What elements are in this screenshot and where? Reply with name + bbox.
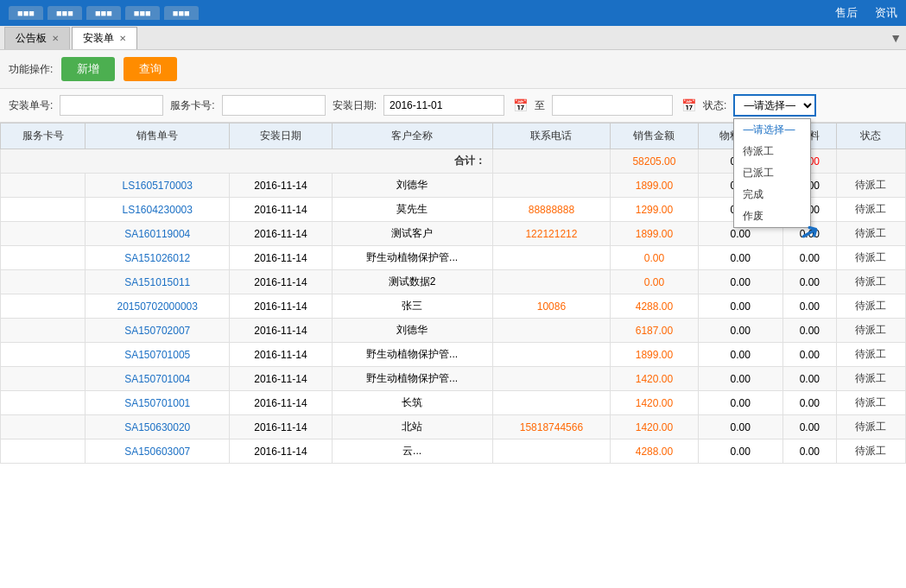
cell-install-date: 2016-11-14 [230,246,332,270]
tab-install-close[interactable]: ✕ [119,34,126,43]
top-nav: ■■■ ■■■ ■■■ ■■■ ■■■ 售后 资讯 [0,0,906,26]
cell-sale-no[interactable]: SA151026012 [86,246,230,270]
cell-sale-no[interactable]: SA150701005 [86,343,230,367]
cell-sale-no[interactable]: 20150702000003 [86,294,230,319]
cell-sale-no[interactable]: SA150630020 [86,415,230,439]
dropdown-item-dispatched[interactable]: 已派工 [734,162,810,184]
tab-bulletin-close[interactable]: ✕ [52,34,59,43]
top-nav-tab-2[interactable]: ■■■ [48,6,82,20]
date-from-calendar-icon[interactable]: 📅 [513,98,528,112]
cell-col8: 0.00 [782,270,836,294]
cell-phone [492,343,611,367]
cell-install-date: 2016-11-14 [230,294,332,319]
status-dropdown-overlay: —请选择— 待派工 已派工 完成 作废 [733,118,811,228]
cell-sale-no[interactable]: LS1604230003 [86,198,230,222]
date-to-input[interactable] [552,95,673,116]
cell-service-card [1,222,86,246]
cell-service-card [1,439,86,464]
date-from-input[interactable] [383,95,504,116]
cell-phone: 15818744566 [492,415,611,439]
top-nav-tab-1[interactable]: ■■■ [9,6,43,20]
query-button[interactable]: 查询 [124,57,177,81]
cell-sale-no[interactable]: SA150701001 [86,391,230,415]
dropdown-item-void[interactable]: 作废 [734,205,810,227]
cell-sale-no[interactable]: LS1605170003 [86,174,230,198]
nav-news[interactable]: 资讯 [875,5,897,21]
cell-install-date: 2016-11-14 [230,367,332,391]
cell-service-card [1,415,86,439]
install-no-label: 安装单号: [9,98,53,113]
cell-phone [492,439,611,464]
cell-col8: 0.00 [782,246,836,270]
cell-sale-no[interactable]: SA150603007 [86,439,230,464]
cell-material-amount: 0.00 [698,319,782,343]
cell-sales-amount: 1899.00 [611,222,698,246]
cell-install-date: 2016-11-14 [230,391,332,415]
nav-aftersale[interactable]: 售后 [835,5,858,21]
cell-phone [492,319,611,343]
add-button[interactable]: 新增 [61,57,115,81]
top-nav-tab-5[interactable]: ■■■ [164,6,199,20]
cell-material-amount: 0.00 [698,246,782,270]
cell-sales-amount: 1899.00 [611,343,698,367]
cell-col8: 0.00 [782,343,836,367]
date-to-calendar-icon[interactable]: 📅 [681,98,696,112]
cell-service-card [1,367,86,391]
cell-phone: 10086 [492,294,611,319]
cell-sales-amount: 1420.00 [611,391,698,415]
install-date-label: 安装日期: [333,98,377,113]
col-customer: 客户全称 [332,123,492,149]
tab-install[interactable]: 安装单 ✕ [72,27,137,49]
table-row: SA1510150112016-11-14测试数据20.000.000.00待派… [1,270,906,294]
cell-customer: 野生动植物保护管... [332,343,492,367]
cell-install-date: 2016-11-14 [230,343,332,367]
dropdown-item-done[interactable]: 完成 [734,184,810,205]
cell-customer: 北站 [332,415,492,439]
cell-sale-no[interactable]: SA151015011 [86,270,230,294]
cell-status: 待派工 [836,367,905,391]
cell-material-amount: 0.00 [698,415,782,439]
table-row: SA1507010042016-11-14野生动植物保护管...1420.000… [1,367,906,391]
cell-status: 待派工 [836,294,905,319]
status-select[interactable]: —请选择— 待派工 已派工 完成 作废 [733,94,816,117]
table-row: SA1507020072016-11-14刘德华6187.000.000.00待… [1,319,906,343]
cell-customer: 刘德华 [332,174,492,198]
cell-service-card [1,319,86,343]
cell-sale-no[interactable]: SA160119004 [86,222,230,246]
tab-bulletin-label: 公告板 [16,31,47,46]
table-row: SA1506300202016-11-14北站158187445661420.0… [1,415,906,439]
cell-sale-no[interactable]: SA150702007 [86,319,230,343]
cell-status: 待派工 [836,391,905,415]
cell-col8: 0.00 [782,439,836,464]
dropdown-item-pending[interactable]: 待派工 [734,141,810,162]
install-no-input[interactable] [60,95,163,116]
tab-dropdown-arrow[interactable]: ▼ [890,31,902,45]
dropdown-item-all[interactable]: —请选择— [734,119,810,141]
cell-phone: 88888888 [492,198,611,222]
cell-status: 待派工 [836,270,905,294]
date-to-label: 至 [535,98,545,113]
col-phone: 联系电话 [492,123,611,149]
cell-phone [492,391,611,415]
cell-status: 待派工 [836,174,905,198]
table-row: 201507020000032016-11-14张三100864288.000.… [1,294,906,319]
main-content: 功能操作: 新增 查询 安装单号: 服务卡号: 安装日期: 📅 至 📅 状态: … [0,50,906,588]
cell-status: 待派工 [836,222,905,246]
table-row: SA1506030072016-11-14云...4288.000.000.00… [1,439,906,464]
tab-bulletin[interactable]: 公告板 ✕ [4,27,70,49]
cell-sales-amount: 6187.00 [611,319,698,343]
cell-material-amount: 0.00 [698,270,782,294]
filter-bar: 安装单号: 服务卡号: 安装日期: 📅 至 📅 状态: —请选择— 待派工 已派… [0,89,906,123]
cell-sale-no[interactable]: SA150701004 [86,367,230,391]
tab-bar: 公告板 ✕ 安装单 ✕ ▼ [0,26,906,50]
col-install-date: 安装日期 [230,123,332,149]
service-card-input[interactable] [222,95,326,116]
col-status: 状态 [836,123,905,149]
cell-phone: 122121212 [492,222,611,246]
top-nav-tab-4[interactable]: ■■■ [125,6,160,20]
col-sale-no: 销售单号 [86,123,230,149]
cell-customer: 云... [332,439,492,464]
table-row: SA1510260122016-11-14野生动植物保护管...0.000.00… [1,246,906,270]
top-nav-tab-3[interactable]: ■■■ [86,6,121,20]
cell-material-amount: 0.00 [698,367,782,391]
